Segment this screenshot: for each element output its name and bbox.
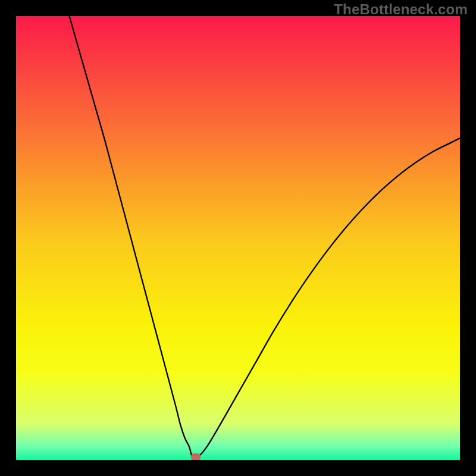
optimal-point-marker [191,453,201,460]
chart-frame: TheBottleneck.com [0,0,476,476]
chart-svg [16,16,460,460]
plot-area [16,16,460,460]
watermark-text: TheBottleneck.com [334,1,468,18]
